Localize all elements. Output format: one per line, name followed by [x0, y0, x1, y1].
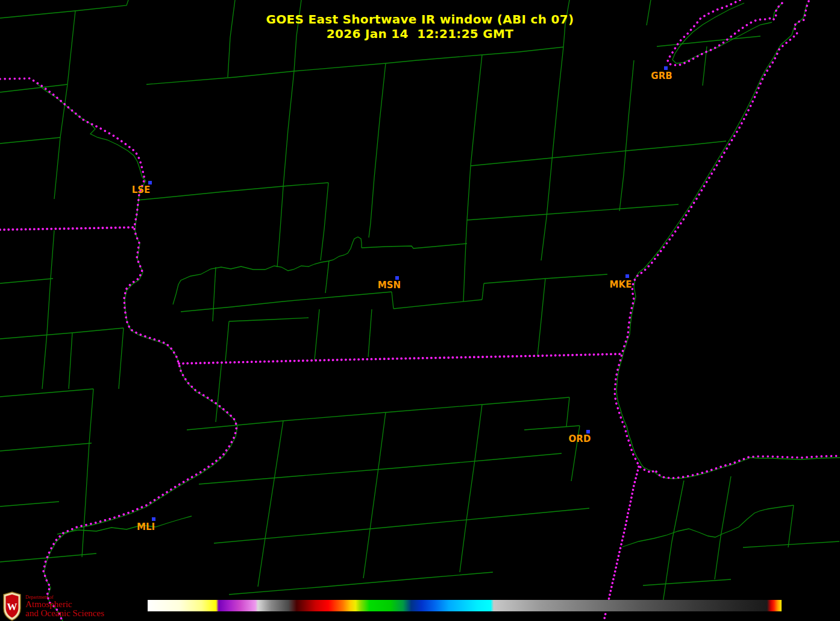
wisconsin-illinois-border: [179, 354, 622, 364]
uw-aos-logo: W Department of Atmospheric and Oceanic …: [2, 591, 104, 621]
illinois-indiana-border: [603, 467, 639, 621]
state-borders-layer: [0, 0, 840, 621]
station-label-mke: MKE: [610, 279, 632, 290]
satellite-image-viewport: GRB LSE MSN MKE ORD MLI GOES East Shortw…: [0, 0, 840, 621]
mississippi-river-border: [0, 78, 237, 621]
logo-atmospheric: Atmospheric: [25, 600, 104, 609]
iowa-minnesota-border: [0, 227, 134, 230]
station-label-msn: MSN: [378, 280, 401, 291]
image-title: GOES East Shortwave IR window (ABI ch 07…: [0, 12, 840, 27]
map-canvas: GRB LSE MSN MKE ORD MLI: [0, 0, 840, 621]
temperature-color-scale: [148, 600, 782, 611]
station-marker-mke: [625, 274, 629, 278]
county-boundaries-layer: [0, 0, 840, 621]
uw-crest-icon: W: [2, 591, 22, 621]
logo-text: Department of Atmospheric and Oceanic Sc…: [25, 591, 104, 619]
logo-oceanic-sciences: and Oceanic Sciences: [25, 609, 104, 618]
station-marker-grb: [664, 66, 668, 70]
station-label-grb: GRB: [651, 71, 672, 81]
station-label-ord: ORD: [569, 433, 591, 444]
crest-letter: W: [7, 601, 17, 613]
station-marker-mli: [152, 517, 155, 521]
station-label-mli: MLI: [137, 522, 155, 532]
station-label-lse: LSE: [132, 184, 151, 195]
image-timestamp: 2026 Jan 14 12:21:25 GMT: [0, 27, 840, 41]
lake-michigan-shoreline: [615, 1, 840, 478]
